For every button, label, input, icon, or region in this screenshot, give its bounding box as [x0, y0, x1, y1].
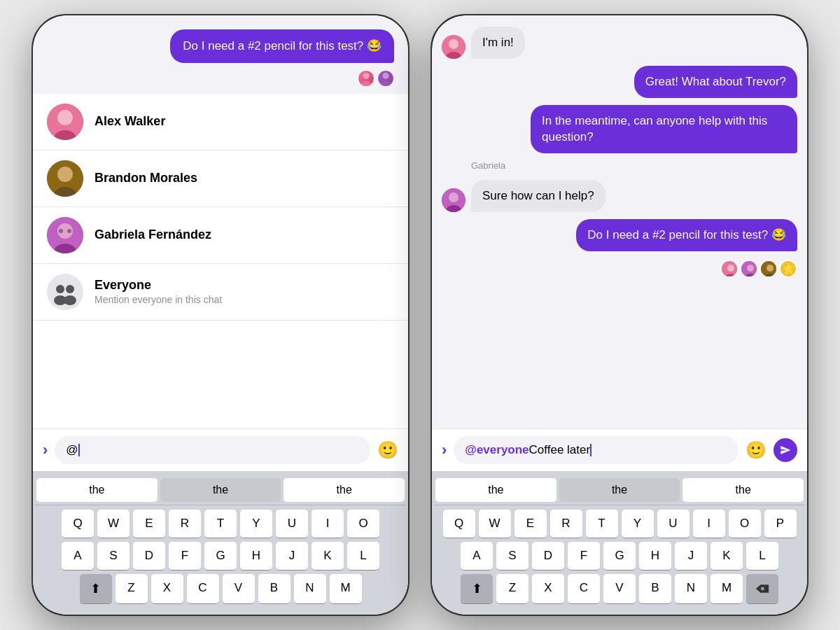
svg-point-17 [66, 285, 74, 293]
key-D-left[interactable]: D [133, 542, 165, 570]
shift-key-right[interactable]: ⬆ [461, 574, 493, 604]
key-Z-right[interactable]: Z [496, 574, 528, 604]
suggestion-2-left[interactable]: the [160, 478, 281, 502]
key-G-left[interactable]: G [204, 542, 237, 570]
mention-item-gabriela[interactable]: Gabriela Fernández [33, 207, 408, 264]
key-Y-left[interactable]: Y [240, 510, 272, 538]
mention-name-brandon: Brandon Morales [94, 171, 197, 186]
key-O-right[interactable]: O [729, 510, 761, 538]
chevron-right-icon-left[interactable]: › [43, 441, 48, 459]
key-I-right[interactable]: I [693, 510, 725, 538]
suggestion-3-right[interactable]: the [682, 478, 804, 502]
key-F-right[interactable]: F [568, 542, 600, 570]
svg-point-27 [727, 265, 734, 272]
key-D-right[interactable]: D [532, 542, 564, 570]
key-M-right[interactable]: M [710, 574, 743, 604]
suggestion-1-left[interactable]: the [36, 478, 158, 502]
message-input-left[interactable]: @ [55, 436, 370, 464]
key-G-right[interactable]: G [603, 542, 636, 570]
shift-icon-left: ⬆ [90, 581, 101, 596]
key-C-left[interactable]: C [187, 574, 219, 604]
key-T-right[interactable]: T [586, 510, 618, 538]
delete-key-right[interactable] [746, 574, 778, 604]
svg-point-13 [59, 229, 63, 233]
key-Q-right[interactable]: Q [443, 510, 475, 538]
message-input-right[interactable]: @everyone Coffee later [454, 436, 738, 464]
avatar-gabriela [47, 217, 83, 253]
input-at-symbol: @ [66, 443, 78, 457]
key-F-left[interactable]: F [169, 542, 201, 570]
key-B-left[interactable]: B [258, 574, 290, 604]
delete-icon [755, 584, 769, 594]
mention-item-brandon[interactable]: Brandon Morales [33, 150, 408, 207]
msg-row-sure: Sure how can I help? [442, 180, 797, 212]
key-U-left[interactable]: U [276, 510, 308, 538]
key-V-left[interactable]: V [223, 574, 255, 604]
avatar-alex [47, 104, 83, 140]
key-R-left[interactable]: R [169, 510, 201, 538]
keyboard-row-3-left: ⬆ Z X C V B N M [35, 574, 406, 604]
phones-container: Do I need a #2 pencil for this test? 😂 [31, 14, 808, 616]
key-P-right[interactable]: P [764, 510, 797, 538]
mention-item-everyone[interactable]: Everyone Mention everyone in this chat [33, 264, 408, 321]
key-Q-left[interactable]: Q [62, 510, 94, 538]
svg-point-33 [766, 265, 774, 272]
mention-name-gabriela: Gabriela Fernández [94, 227, 211, 242]
msg-row-pencil: Do I need a #2 pencil for this test? 😂 [442, 219, 797, 251]
suggestion-2-right[interactable]: the [559, 478, 680, 502]
key-S-left[interactable]: S [97, 542, 130, 570]
key-N-left[interactable]: N [294, 574, 326, 604]
key-S-right[interactable]: S [496, 542, 528, 570]
keyboard-row-1-left: Q W E R T Y U I O [35, 510, 406, 538]
key-E-right[interactable]: E [514, 510, 547, 538]
key-W-right[interactable]: W [479, 510, 511, 538]
reaction-av-1 [720, 260, 738, 278]
key-A-right[interactable]: A [461, 542, 493, 570]
key-Y-right[interactable]: Y [622, 510, 654, 538]
cursor [78, 444, 80, 456]
key-J-left[interactable]: J [276, 542, 308, 570]
key-N-right[interactable]: N [675, 574, 707, 604]
key-J-right[interactable]: J [675, 542, 707, 570]
key-B-right[interactable]: B [639, 574, 671, 604]
key-X-left[interactable]: X [151, 574, 183, 604]
key-Z-left[interactable]: Z [115, 574, 148, 604]
key-W-left[interactable]: W [97, 510, 130, 538]
shift-key-left[interactable]: ⬆ [80, 574, 112, 604]
mention-item-alex[interactable]: Alex Walker [33, 94, 408, 150]
key-U-right[interactable]: U [657, 510, 690, 538]
emoji-button-right[interactable]: 🙂 [746, 440, 766, 460]
send-button[interactable] [774, 438, 797, 462]
key-M-left[interactable]: M [330, 574, 362, 604]
bubble-trevor: Great! What about Trevor? [634, 66, 797, 98]
key-V-right[interactable]: V [603, 574, 636, 604]
key-A-left[interactable]: A [62, 542, 94, 570]
bubble-imin: I'm in! [471, 27, 525, 59]
key-R-right[interactable]: R [550, 510, 582, 538]
reaction-av-3 [760, 260, 778, 278]
key-H-left[interactable]: H [240, 542, 272, 570]
key-E-left[interactable]: E [133, 510, 165, 538]
key-L-left[interactable]: L [347, 542, 379, 570]
cursor-right [590, 444, 592, 456]
keyboard-row-1-right: Q W E R T Y U I O P [434, 510, 805, 538]
key-X-right[interactable]: X [532, 574, 564, 604]
key-O-left[interactable]: O [347, 510, 379, 538]
svg-point-2 [382, 73, 388, 79]
left-phone: Do I need a #2 pencil for this test? 😂 [31, 14, 410, 616]
svg-point-19 [64, 295, 76, 305]
suggestion-1-right[interactable]: the [435, 478, 556, 502]
key-H-right[interactable]: H [639, 542, 671, 570]
key-K-left[interactable]: K [312, 542, 344, 570]
key-L-right[interactable]: L [746, 542, 778, 570]
emoji-button-left[interactable]: 🙂 [377, 440, 398, 460]
svg-point-24 [449, 192, 458, 202]
key-K-right[interactable]: K [710, 542, 743, 570]
chevron-right-icon-right[interactable]: › [442, 441, 447, 459]
key-T-left[interactable]: T [204, 510, 237, 538]
bubble-reactions [358, 70, 394, 87]
key-C-right[interactable]: C [568, 574, 600, 604]
svg-point-30 [747, 265, 754, 272]
key-I-left[interactable]: I [312, 510, 344, 538]
suggestion-3-left[interactable]: the [284, 478, 405, 502]
